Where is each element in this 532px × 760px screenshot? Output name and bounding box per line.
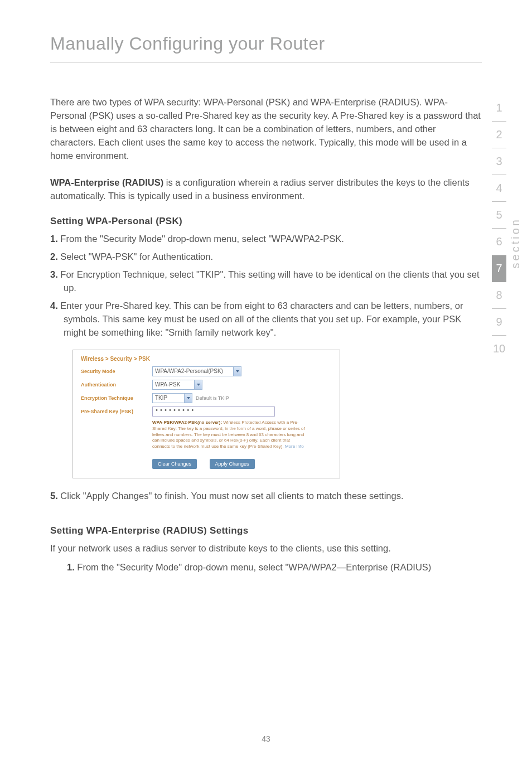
select-value: WPA/WPA2-Personal(PSK) [155, 368, 223, 374]
step-number: 1. [50, 234, 58, 244]
wpa-enterprise-label: WPA-Enterprise (RADIUS) [50, 177, 163, 187]
step-text: For Encryption Technique, select "TKIP".… [58, 269, 480, 293]
nav-item-4[interactable]: 4 [492, 175, 506, 202]
step-text: Click "Apply Changes" to finish. You mus… [58, 491, 404, 501]
desc-bold: WPA-PSK/WPA2-PSK(no server): [152, 420, 223, 425]
select-authentication[interactable]: WPA-PSK [152, 380, 202, 390]
step-text: Select "WPA-PSK" for Authentication. [58, 251, 213, 262]
nav-item-6[interactable]: 6 [492, 229, 506, 255]
psk-step-2: 2. Select "WPA-PSK" for Authentication. [50, 250, 482, 264]
nav-item-9[interactable]: 9 [492, 309, 506, 336]
select-value: TKIP [155, 395, 167, 401]
nav-item-3[interactable]: 3 [492, 148, 506, 175]
clear-changes-button[interactable]: Clear Changes [152, 459, 197, 469]
step-text: From the "Security Mode" drop-down menu,… [75, 562, 432, 572]
psk-input[interactable]: ••••••••• [152, 406, 275, 417]
row-encryption: Encryption Technique TKIP Default is TKI… [81, 393, 332, 403]
select-encryption[interactable]: TKIP [152, 393, 192, 403]
apply-changes-button[interactable]: Apply Changes [210, 459, 255, 469]
step-text: From the "Security Mode" drop-down menu,… [58, 234, 344, 244]
more-info-link[interactable]: More Info [285, 444, 304, 449]
step-number: 2. [50, 251, 58, 262]
step-number: 5. [50, 491, 58, 501]
label-security-mode: Security Mode [81, 369, 152, 374]
section-nav: 1 2 3 4 5 6 7 8 9 10 [492, 95, 506, 362]
nav-item-1[interactable]: 1 [492, 95, 506, 122]
settings-screenshot: Wireless > Security > PSK Security Mode … [72, 350, 340, 478]
intro-paragraph: There are two types of WPA security: WPA… [50, 96, 482, 163]
chevron-down-icon [194, 380, 202, 389]
chevron-down-icon [184, 394, 192, 403]
radius-step-1: 1. From the "Security Mode" drop-down me… [50, 561, 482, 574]
select-value: WPA-PSK [155, 381, 180, 388]
psk-step-3: 3. For Encryption Technique, select "TKI… [50, 268, 482, 295]
nav-item-8[interactable]: 8 [492, 282, 506, 309]
heading-radius: Setting WPA-Enterprise (RADIUS) Settings [50, 525, 482, 536]
step-number: 1. [67, 562, 75, 572]
heading-psk: Setting WPA-Personal (PSK) [50, 216, 482, 227]
label-encryption: Encryption Technique [81, 395, 152, 401]
nav-item-7[interactable]: 7 [492, 255, 506, 282]
psk-step-4: 4. Enter your Pre-Shared key. This can b… [50, 299, 482, 340]
button-row: Clear Changes Apply Changes [152, 458, 332, 469]
wpa-enterprise-paragraph: WPA-Enterprise (RADIUS) is a configurati… [50, 176, 482, 203]
label-psk: Pre-Shared Key (PSK) [81, 409, 152, 414]
nav-item-10[interactable]: 10 [492, 336, 506, 362]
nav-item-5[interactable]: 5 [492, 202, 506, 229]
step-number: 3. [50, 269, 58, 279]
psk-step-5: 5. Click "Apply Changes" to finish. You … [50, 490, 482, 503]
breadcrumb: Wireless > Security > PSK [81, 356, 332, 362]
chevron-down-icon [233, 367, 241, 376]
label-authentication: Authentication [81, 382, 152, 388]
encryption-hint: Default is TKIP [196, 395, 229, 401]
step-number: 4. [50, 301, 58, 311]
section-label: section [509, 217, 522, 268]
select-security-mode[interactable]: WPA/WPA2-Personal(PSK) [152, 366, 241, 376]
step-text: Enter your Pre-Shared key. This can be f… [58, 301, 463, 337]
row-security-mode: Security Mode WPA/WPA2-Personal(PSK) [81, 366, 332, 376]
row-authentication: Authentication WPA-PSK [81, 380, 332, 390]
psk-description: WPA-PSK/WPA2-PSK(no server): Wireless Pr… [152, 420, 308, 450]
row-psk: Pre-Shared Key (PSK) ••••••••• [81, 406, 332, 417]
radius-intro: If your network uses a radius server to … [50, 542, 482, 555]
page-number: 43 [262, 734, 270, 743]
nav-item-2[interactable]: 2 [492, 122, 506, 148]
page-title: Manually Configuring your Router [50, 33, 482, 62]
psk-step-1: 1. From the "Security Mode" drop-down me… [50, 233, 482, 246]
